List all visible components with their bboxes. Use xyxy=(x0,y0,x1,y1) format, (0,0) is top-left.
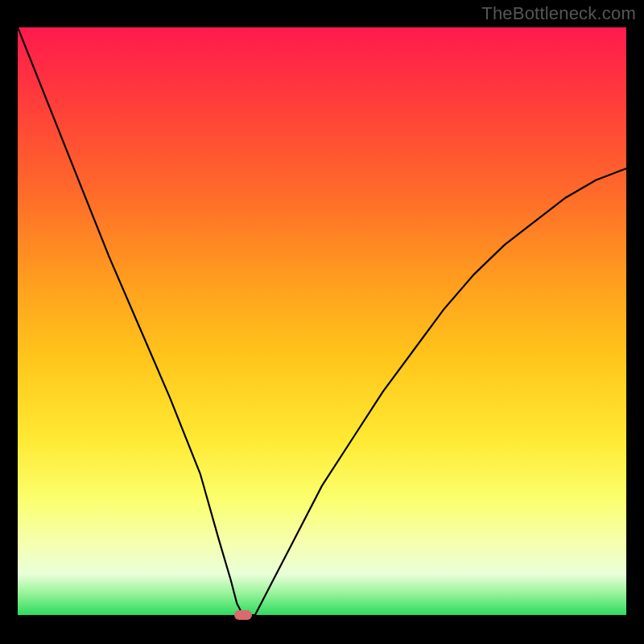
optimal-marker xyxy=(234,610,252,620)
plot-area xyxy=(18,27,626,615)
watermark-text: TheBottleneck.com xyxy=(481,3,636,24)
chart-frame: TheBottleneck.com xyxy=(0,0,644,644)
bottleneck-curve-path xyxy=(18,27,626,615)
curve-svg xyxy=(18,27,626,615)
